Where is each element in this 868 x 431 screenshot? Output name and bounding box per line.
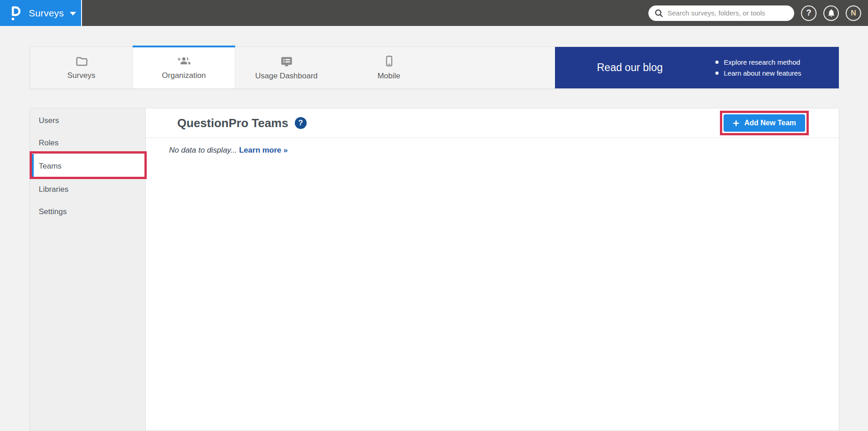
tab-surveys[interactable]: Surveys xyxy=(30,47,133,88)
organization-sidebar: Users Roles Teams Libraries Settings xyxy=(30,108,146,431)
sidebar-item-libraries[interactable]: Libraries xyxy=(30,178,145,200)
sidebar-item-settings[interactable]: Settings xyxy=(30,200,145,223)
avatar-initial: N xyxy=(851,9,856,17)
organization-panel: Users Roles Teams Libraries Settings Que… xyxy=(30,108,839,431)
search-input[interactable] xyxy=(668,9,789,17)
sidebar-item-label: Roles xyxy=(39,139,58,148)
tab-label: Organization xyxy=(162,71,205,80)
search-icon xyxy=(654,9,663,18)
folder-icon xyxy=(75,55,88,67)
sidebar-item-label: Libraries xyxy=(39,185,68,194)
product-switcher[interactable]: Surveys xyxy=(0,0,82,26)
notifications-button[interactable] xyxy=(823,5,839,21)
blog-promo-panel[interactable]: Read our blog Explore research method Le… xyxy=(555,47,839,88)
tab-label: Surveys xyxy=(67,71,95,80)
topbar: Surveys ? N xyxy=(0,0,868,26)
empty-state-text: No data to display... xyxy=(169,146,237,154)
tab-label: Usage Dashboard xyxy=(255,72,318,81)
annotation-highlight-add-new-team: Add New Team xyxy=(720,111,809,135)
teams-help-button[interactable]: ? xyxy=(295,117,307,129)
primary-tab-bar: Surveys Organization Usage Dashboard xyxy=(30,46,839,89)
question-mark-icon: ? xyxy=(806,8,812,18)
blog-panel-title: Read our blog xyxy=(597,62,663,74)
add-new-team-label: Add New Team xyxy=(745,119,796,127)
product-label: Surveys xyxy=(29,8,64,19)
tab-mobile[interactable]: Mobile xyxy=(338,47,440,88)
help-button[interactable]: ? xyxy=(801,5,817,21)
sidebar-item-label: Settings xyxy=(39,207,67,216)
tab-label: Mobile xyxy=(377,72,400,81)
teams-content: QuestionPro Teams ? Add New Team No data… xyxy=(146,108,839,431)
questionpro-logo-icon xyxy=(10,5,21,21)
group-add-icon xyxy=(177,55,191,67)
dashboard-icon xyxy=(280,55,293,67)
question-mark-icon: ? xyxy=(298,118,303,128)
blog-bullet-item: Learn about new features xyxy=(714,69,801,77)
sidebar-item-roles[interactable]: Roles xyxy=(30,132,145,154)
blog-bullet-list: Explore research method Learn about new … xyxy=(714,55,801,80)
tab-usage-dashboard[interactable]: Usage Dashboard xyxy=(235,47,338,88)
bell-icon xyxy=(827,9,836,17)
global-search[interactable] xyxy=(648,5,794,21)
teams-header: QuestionPro Teams ? Add New Team xyxy=(146,108,839,138)
empty-state: No data to display... Learn more » xyxy=(146,138,839,155)
sidebar-item-teams[interactable]: Teams xyxy=(30,154,145,178)
user-avatar[interactable]: N xyxy=(846,5,861,21)
mobile-icon xyxy=(383,55,395,67)
learn-more-link[interactable]: Learn more » xyxy=(239,146,288,154)
sidebar-item-label: Users xyxy=(39,116,59,125)
add-new-team-button[interactable]: Add New Team xyxy=(724,114,806,132)
sidebar-item-label: Teams xyxy=(39,162,62,171)
blog-bullet-item: Explore research method xyxy=(714,58,801,66)
tab-organization[interactable]: Organization xyxy=(133,47,235,88)
chevron-down-icon xyxy=(70,12,76,15)
page-title: QuestionPro Teams xyxy=(177,116,288,130)
sidebar-item-users[interactable]: Users xyxy=(30,109,145,132)
plus-icon xyxy=(733,120,740,127)
